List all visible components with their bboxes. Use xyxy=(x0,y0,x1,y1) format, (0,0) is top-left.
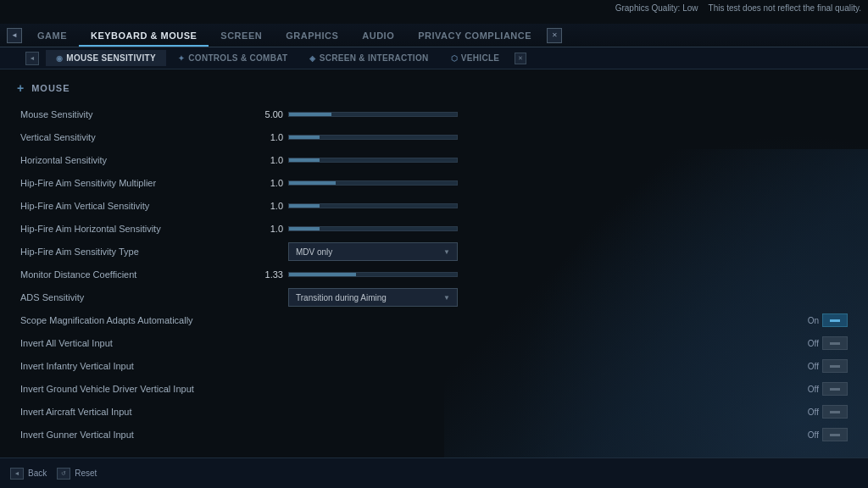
settings-row-4: Hip-Fire Aim Vertical Sensitivity1.0 xyxy=(17,195,851,217)
graphics-quality-label: Graphics Quality: Low xyxy=(615,3,698,13)
toggle-container-9: On xyxy=(798,313,848,327)
toggle-btn-10[interactable] xyxy=(822,336,848,350)
settings-row-1: Vertical Sensitivity1.0 xyxy=(17,126,851,148)
sub-tab-label-2: SCREEN & INTERACTION xyxy=(320,53,429,63)
toggle-value-11: Off xyxy=(798,362,819,371)
setting-value-5: 1.0 xyxy=(241,224,283,234)
setting-label-2: Horizontal Sensitivity xyxy=(20,155,241,165)
setting-label-12: Invert Ground Vehicle Driver Vertical In… xyxy=(20,384,241,394)
toggle-btn-13[interactable] xyxy=(822,405,848,419)
setting-label-3: Hip-Fire Aim Sensitivity Multiplier xyxy=(20,178,241,188)
back-button[interactable]: ◄ Back xyxy=(10,468,47,480)
slider-1[interactable] xyxy=(288,135,458,140)
sub-tabs: ◉MOUSE SENSITIVITY✦CONTROLS & COMBAT◈SCR… xyxy=(46,50,509,66)
nav-close-btn[interactable]: ✕ xyxy=(547,28,562,43)
settings-row-6: Hip-Fire Aim Sensitivity TypeMDV only▼ xyxy=(17,241,851,263)
setting-label-0: Mouse Sensitivity xyxy=(20,109,241,119)
setting-value-0: 5.00 xyxy=(241,109,283,119)
settings-content: MOUSE Mouse Sensitivity5.00Vertical Sens… xyxy=(0,69,868,458)
sub-tab-mouse-sensitivity[interactable]: ◉MOUSE SENSITIVITY xyxy=(46,50,166,66)
setting-label-11: Invert Infantry Vertical Input xyxy=(20,361,241,371)
setting-value-7: 1.33 xyxy=(241,269,283,280)
dropdown-8[interactable]: Transition during Aiming▼ xyxy=(288,288,458,307)
setting-label-9: Scope Magnification Adapts Automatically xyxy=(20,315,241,325)
slider-fill-2 xyxy=(289,158,320,162)
dropdown-text-8: Transition during Aiming xyxy=(296,293,387,302)
settings-row-2: Horizontal Sensitivity1.0 xyxy=(17,149,851,171)
setting-label-10: Invert All Vertical Input xyxy=(20,338,241,348)
nav-tab-game[interactable]: GAME xyxy=(25,26,79,47)
setting-label-6: Hip-Fire Aim Sensitivity Type xyxy=(20,247,241,257)
slider-7[interactable] xyxy=(288,272,458,277)
sub-tab-controls---combat[interactable]: ✦CONTROLS & COMBAT xyxy=(168,50,298,66)
toggle-inner-14 xyxy=(830,434,840,436)
sub-tab-label-3: VEHICLE xyxy=(461,53,499,63)
toggle-inner-11 xyxy=(830,365,840,368)
reset-button[interactable]: ↺ Reset xyxy=(57,468,97,480)
sub-tab-label-1: CONTROLS & COMBAT xyxy=(188,53,287,63)
bottom-bar: ◄ Back ↺ Reset xyxy=(0,458,868,488)
settings-row-11: Invert Infantry Vertical InputOff xyxy=(17,355,851,377)
main-nav: ◄ GAMEKEYBOARD & MOUSESCREENGRAPHICSAUDI… xyxy=(0,24,868,47)
dropdown-text-6: MDV only xyxy=(296,247,332,257)
toggle-btn-11[interactable] xyxy=(822,359,848,373)
nav-tab-privacy-compliance[interactable]: PRIVACY COMPLIANCE xyxy=(406,26,543,47)
settings-row-10: Invert All Vertical InputOff xyxy=(17,332,851,354)
back-label: Back xyxy=(28,469,47,478)
disclaimer-label: This test does not reflect the final qua… xyxy=(709,3,861,13)
slider-2[interactable] xyxy=(288,158,458,163)
toggle-value-12: Off xyxy=(798,385,819,394)
toggle-btn-14[interactable] xyxy=(822,428,848,441)
settings-row-13: Invert Aircraft Vertical InputOff xyxy=(17,401,851,423)
toggle-value-9: On xyxy=(798,316,819,325)
nav-tab-keyboard---mouse[interactable]: KEYBOARD & MOUSE xyxy=(79,26,209,47)
slider-5[interactable] xyxy=(288,226,458,231)
settings-row-9: Scope Magnification Adapts Automatically… xyxy=(17,309,851,331)
toggle-container-14: Off xyxy=(798,428,848,441)
toggle-btn-12[interactable] xyxy=(822,382,848,396)
toggle-container-13: Off xyxy=(798,405,848,419)
setting-value-4: 1.0 xyxy=(241,201,283,211)
toggle-value-10: Off xyxy=(798,339,819,348)
toggle-container-11: Off xyxy=(798,359,848,373)
slider-4[interactable] xyxy=(288,203,458,208)
settings-row-0: Mouse Sensitivity5.00 xyxy=(17,103,851,125)
setting-label-8: ADS Sensitivity xyxy=(20,292,241,302)
sub-tab-vehicle[interactable]: ⬡VEHICLE xyxy=(441,50,510,66)
sub-tab-icon-2: ◈ xyxy=(309,54,315,63)
top-bar: Graphics Quality: Low This test does not… xyxy=(609,0,868,16)
sub-nav-back-btn[interactable]: ◄ xyxy=(25,52,39,65)
setting-label-1: Vertical Sensitivity xyxy=(20,132,241,142)
nav-tab-screen[interactable]: SCREEN xyxy=(209,26,274,47)
reset-label: Reset xyxy=(75,469,97,478)
back-icon: ◄ xyxy=(10,468,24,480)
toggle-container-10: Off xyxy=(798,336,848,350)
nav-tab-audio[interactable]: AUDIO xyxy=(350,26,406,47)
slider-3[interactable] xyxy=(288,180,458,186)
settings-list: Mouse Sensitivity5.00Vertical Sensitivit… xyxy=(17,103,851,446)
toggle-inner-12 xyxy=(830,388,840,391)
dropdown-arrow-icon-8: ▼ xyxy=(443,294,450,302)
toggle-value-13: Off xyxy=(798,408,819,417)
setting-label-4: Hip-Fire Aim Vertical Sensitivity xyxy=(20,201,241,211)
sub-tab-icon-0: ◉ xyxy=(56,54,63,63)
toggle-container-12: Off xyxy=(798,382,848,396)
dropdown-6[interactable]: MDV only▼ xyxy=(288,242,458,261)
toggle-btn-9[interactable] xyxy=(822,313,848,327)
section-title: MOUSE xyxy=(17,81,851,95)
slider-0[interactable] xyxy=(288,112,458,117)
sub-tab-icon-3: ⬡ xyxy=(451,54,458,63)
dropdown-arrow-icon-6: ▼ xyxy=(443,248,450,256)
sub-tab-screen---interaction[interactable]: ◈SCREEN & INTERACTION xyxy=(299,50,438,66)
sub-nav: ◄ ◉MOUSE SENSITIVITY✦CONTROLS & COMBAT◈S… xyxy=(0,47,868,69)
settings-row-5: Hip-Fire Aim Horizontal Sensitivity1.0 xyxy=(17,218,851,240)
sub-tab-label-0: MOUSE SENSITIVITY xyxy=(66,53,156,63)
setting-value-3: 1.0 xyxy=(241,178,283,188)
setting-label-5: Hip-Fire Aim Horizontal Sensitivity xyxy=(20,224,241,234)
sub-tab-close-btn[interactable]: ✕ xyxy=(515,53,526,64)
nav-tab-graphics[interactable]: GRAPHICS xyxy=(274,26,350,47)
toggle-inner-10 xyxy=(830,342,840,345)
nav-back-btn[interactable]: ◄ xyxy=(7,28,22,43)
slider-fill-5 xyxy=(289,227,320,230)
toggle-inner-9 xyxy=(830,319,840,322)
